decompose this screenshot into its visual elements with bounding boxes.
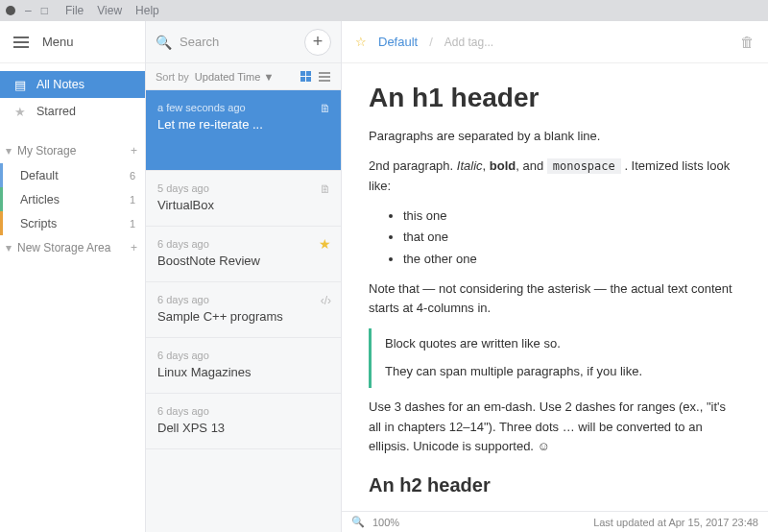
menu-help[interactable]: Help [135,4,159,17]
list-item: this one [403,206,741,227]
breadcrumb-folder[interactable]: Default [378,35,418,49]
bq-para: Block quotes are written like so. [385,334,728,354]
section-label: New Storage Area [17,241,110,254]
window-control-icon[interactable] [6,6,15,15]
nav-starred[interactable]: ★ Starred [0,98,145,125]
editor-body[interactable]: An h1 header Paragraphs are separated by… [342,63,768,511]
hamburger-icon [13,36,29,48]
note-title: VirtualBox [157,198,329,212]
add-tag-input[interactable]: Add tag... [444,36,493,49]
breadcrumb-sep: / [429,35,433,49]
code-icon: ‹/› [321,294,331,307]
star-icon: ★ [319,236,331,252]
folder-count: 1 [130,218,135,230]
list-item: that one [403,227,741,248]
doc-icon: 🗎 [320,102,331,115]
status-bar: 🔍 100% Last updated at Apr 15, 2017 23:4… [342,511,768,532]
section-new-storage[interactable]: ▾New Storage Area + [0,235,145,260]
add-note-button[interactable]: + [304,29,331,56]
add-folder-icon[interactable]: + [131,241,137,254]
menu-button[interactable]: Menu [0,21,145,63]
note-h2: An h2 header [369,474,741,496]
bq-para: They can span multiple paragraphs, if yo… [385,362,728,382]
folder-label: Scripts [20,217,57,230]
folder-label: Default [20,169,59,182]
note-time: 6 days ago [157,238,329,250]
note-list: 🔍 Search + Sort by Updated Time ▼ a few … [146,21,342,532]
note-title: BoostNote Review [157,254,329,268]
menu-view[interactable]: View [97,4,122,17]
note-card[interactable]: a few seconds ago Let me re-iterate ... … [146,90,341,171]
menu-label: Menu [42,35,74,49]
note-title: Let me re-iterate ... [157,117,329,132]
sort-label: Sort by [156,71,189,83]
grid-view-button[interactable] [299,70,312,84]
folder-scripts[interactable]: Scripts 1 [0,211,145,235]
minimize-icon[interactable]: – [25,4,32,17]
nav-label: Starred [36,105,76,118]
note-card[interactable]: 5 days ago VirtualBox 🗎 [146,171,341,227]
para: Here's a numbered list: [369,506,741,511]
note-title: Linux Magazines [157,365,329,379]
star-toggle[interactable]: ☆ [355,35,367,49]
note-title: Sample C++ programs [157,309,329,324]
chevron-down-icon: ▾ [6,241,12,254]
search-placeholder: Search [180,35,219,49]
note-time: 6 days ago [157,294,329,305]
folder-count: 1 [130,194,135,206]
para: Paragraphs are separated by a blank line… [369,127,741,147]
folder-articles[interactable]: Articles 1 [0,187,145,211]
note-card[interactable]: 6 days ago Dell XPS 13 [146,394,341,449]
folder-label: Articles [20,193,60,206]
list-item: the other one [403,249,741,270]
section-my-storage[interactable]: ▾My Storage + [0,138,145,163]
para: 2nd paragraph. Italic, bold, and monospa… [369,157,741,197]
zoom-level[interactable]: 100% [372,517,399,528]
editor: ☆ Default / Add tag... 🗑 An h1 header Pa… [342,21,768,532]
note-time: 5 days ago [157,182,329,194]
note-card[interactable]: 6 days ago Linux Magazines [146,338,341,394]
search-input[interactable]: 🔍 Search [156,35,297,50]
menu-file[interactable]: File [65,4,84,17]
note-time: 6 days ago [157,405,329,417]
para: Use 3 dashes for an em-dash. Use 2 dashe… [369,398,741,457]
nav-label: All Notes [36,78,84,91]
nav-all-notes[interactable]: ▤ All Notes [0,71,145,98]
last-updated: Last updated at Apr 15, 2017 23:48 [593,517,758,528]
note-list-items: a few seconds ago Let me re-iterate ... … [146,90,341,532]
section-label: My Storage [17,144,76,157]
star-icon: ★ [13,105,27,119]
trash-icon[interactable]: 🗑 [740,34,755,50]
blockquote: Block quotes are written like so. They c… [369,328,741,388]
titlebar: – □ File View Help [0,0,768,21]
sidebar: Menu ▤ All Notes ★ Starred ▾My Storage +… [0,21,146,532]
note-card[interactable]: 6 days ago Sample C++ programs ‹/› [146,282,341,338]
note-h1: An h1 header [369,83,741,113]
maximize-icon[interactable]: □ [41,4,48,17]
add-folder-icon[interactable]: + [131,144,137,157]
folder-default[interactable]: Default 6 [0,163,145,187]
sort-dropdown[interactable]: Updated Time ▼ [195,71,274,83]
note-title: Dell XPS 13 [157,421,329,435]
zoom-icon[interactable]: 🔍 [351,516,365,528]
note-card[interactable]: 6 days ago BoostNote Review ★ [146,227,341,282]
note-time: a few seconds ago [157,102,329,113]
list-view-button[interactable] [318,70,331,84]
note-time: 6 days ago [157,350,329,361]
folder-count: 6 [130,170,135,181]
para: Note that — not considering the asterisk… [369,279,741,320]
book-icon: ▤ [13,78,27,92]
doc-icon: 🗎 [320,182,331,196]
unordered-list: this one that one the other one [369,206,741,269]
search-icon: 🔍 [156,35,172,50]
chevron-down-icon: ▾ [6,144,12,157]
